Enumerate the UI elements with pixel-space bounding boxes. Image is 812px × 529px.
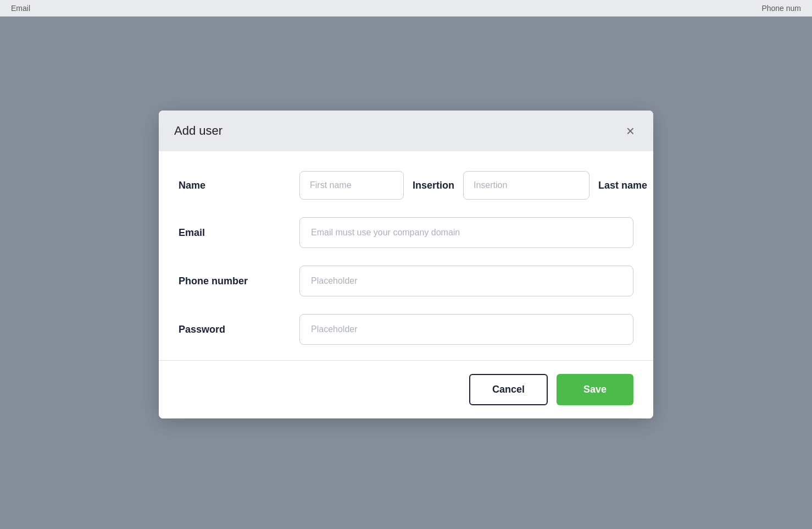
password-input[interactable]	[299, 314, 633, 345]
save-button[interactable]: Save	[557, 374, 633, 405]
cancel-button[interactable]: Cancel	[469, 374, 548, 405]
password-label: Password	[179, 324, 299, 335]
phone-label: Phone number	[179, 275, 299, 287]
name-fields: Insertion Last name	[299, 171, 653, 200]
email-label: Email	[179, 227, 299, 239]
insertion-input[interactable]	[463, 171, 589, 200]
phone-input[interactable]	[299, 266, 633, 296]
dialog-footer: Cancel Save	[159, 361, 653, 418]
password-row: Password	[179, 314, 633, 345]
insertion-label: Insertion	[413, 180, 454, 191]
last-name-label: Last name	[598, 180, 647, 191]
add-user-dialog: Add user × Name Insertion Last name Emai…	[159, 111, 653, 418]
dialog-backdrop: Email Phone num Add user × Name Insertio…	[0, 0, 812, 529]
name-row: Name Insertion Last name	[179, 171, 633, 200]
email-row: Email	[179, 217, 633, 248]
close-button[interactable]: ×	[623, 123, 638, 139]
name-label: Name	[179, 180, 299, 191]
dialog-body: Name Insertion Last name Email Phone num…	[159, 151, 653, 361]
table-header-bg: Email Phone num	[0, 0, 812, 16]
phone-row: Phone number	[179, 266, 633, 296]
dialog-title: Add user	[174, 124, 223, 138]
first-name-input[interactable]	[299, 171, 404, 200]
email-input[interactable]	[299, 217, 633, 248]
dialog-header: Add user ×	[159, 111, 653, 151]
